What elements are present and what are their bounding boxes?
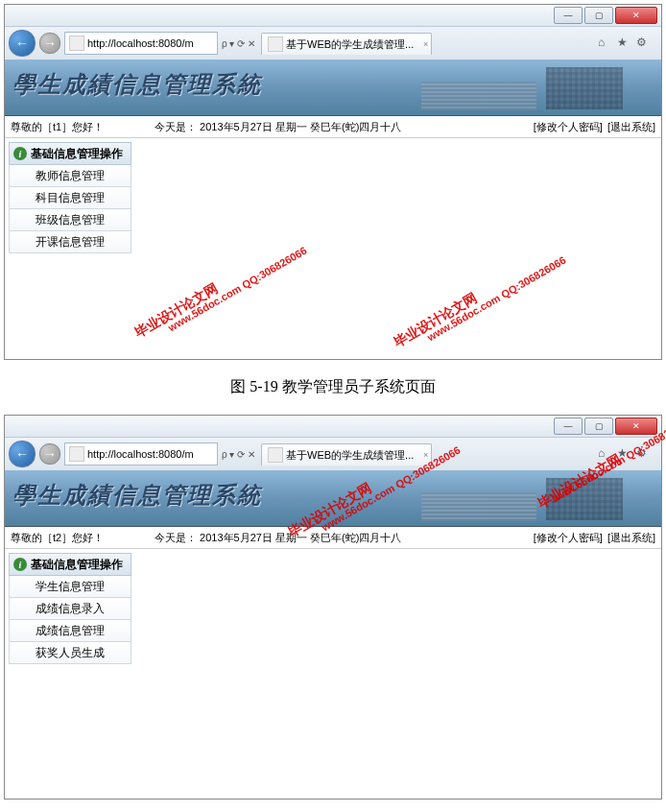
info-bar: 尊敬的［t1］您好！ 今天是： 2013年5月27日 星期一 癸巳年(蛇)四月十… — [5, 116, 661, 138]
app-banner: 學生成績信息管理系統 — [5, 60, 661, 116]
tab-bar: 基于WEB的学生成绩管理... × — [259, 442, 432, 466]
url-text: http://localhost:8080/m — [87, 448, 194, 460]
maximize-button[interactable]: ▢ — [584, 7, 613, 24]
back-button[interactable]: ← — [9, 441, 36, 467]
tab-favicon — [268, 36, 283, 52]
panel-header[interactable]: i 基础信息管理操作 — [9, 142, 131, 165]
screenshot-1: — ▢ ✕ ← → http://localhost:8080/m ρ ▾ ⟳ … — [4, 4, 662, 360]
browser-toolbar-right: ⌂ ★ ⚙ — [598, 36, 657, 51]
browser-chrome: — ▢ ✕ ← → http://localhost:8080/m ρ ▾ ⟳ … — [5, 5, 661, 359]
browser-navbar: ← → http://localhost:8080/m ρ ▾ ⟳ ✕ 基于WE… — [5, 27, 661, 60]
app-title: 學生成績信息管理系統 — [12, 480, 262, 511]
browser-tab[interactable]: 基于WEB的学生成绩管理... × — [261, 443, 432, 466]
menu-grade-manage[interactable]: 成绩信息管理 — [9, 620, 131, 642]
settings-icon[interactable]: ⚙ — [636, 446, 652, 462]
browser-chrome: — ▢ ✕ ← → http://localhost:8080/m ρ ▾ ⟳ … — [5, 416, 661, 799]
app-title: 學生成績信息管理系統 — [12, 69, 262, 100]
address-controls[interactable]: ρ ▾ ⟳ ✕ — [222, 449, 255, 460]
content-area: i 基础信息管理操作 教师信息管理 科目信息管理 班级信息管理 开课信息管理 — [5, 138, 661, 359]
maximize-button[interactable]: ▢ — [584, 418, 613, 435]
info-bar: 尊敬的［t2］您好！ 今天是： 2013年5月27日 星期一 癸巳年(蛇)四月十… — [5, 527, 661, 549]
info-icon: i — [13, 147, 27, 160]
tab-close-icon[interactable]: × — [423, 39, 428, 49]
tab-label: 基于WEB的学生成绩管理... — [286, 37, 414, 52]
address-bar[interactable]: http://localhost:8080/m — [64, 32, 218, 55]
window-titlebar: — ▢ ✕ — [5, 416, 661, 438]
menu-grade-input[interactable]: 成绩信息录入 — [9, 598, 131, 620]
panel-header[interactable]: i 基础信息管理操作 — [9, 553, 131, 576]
url-text: http://localhost:8080/m — [87, 37, 194, 49]
address-bar[interactable]: http://localhost:8080/m — [64, 442, 218, 466]
tab-close-icon[interactable]: × — [423, 450, 428, 460]
logout-link[interactable]: [退出系统] — [607, 532, 655, 543]
site-icon — [69, 446, 84, 462]
minimize-button[interactable]: — — [554, 418, 583, 435]
change-password-link[interactable]: [修改个人密码] — [534, 532, 603, 543]
menu-class-info[interactable]: 班级信息管理 — [9, 209, 131, 231]
window-titlebar: — ▢ ✕ — [5, 5, 661, 27]
app-banner: 學生成績信息管理系統 — [5, 470, 661, 527]
forward-button[interactable]: → — [39, 443, 60, 465]
sidebar: i 基础信息管理操作 教师信息管理 科目信息管理 班级信息管理 开课信息管理 — [5, 138, 135, 359]
favorite-icon[interactable]: ★ — [617, 446, 632, 462]
menu-award-gen[interactable]: 获奖人员生成 — [9, 642, 131, 664]
banner-decoration — [412, 478, 623, 520]
logout-link[interactable]: [退出系统] — [607, 121, 655, 132]
site-icon — [69, 36, 84, 51]
greeting-text: 尊敬的［t1］您好！ — [11, 120, 155, 134]
panel-title: 基础信息管理操作 — [31, 146, 123, 162]
menu-teacher-info[interactable]: 教师信息管理 — [9, 165, 131, 187]
tab-label: 基于WEB的学生成绩管理... — [286, 448, 414, 463]
tab-bar: 基于WEB的学生成绩管理... × — [259, 32, 432, 55]
settings-icon[interactable]: ⚙ — [636, 36, 652, 51]
figure-caption-1: 图 5-19 教学管理员子系统页面 — [0, 364, 666, 411]
close-button[interactable]: ✕ — [615, 7, 657, 24]
main-panel — [135, 138, 661, 359]
date-text: 今天是： 2013年5月27日 星期一 癸巳年(蛇)四月十八 — [155, 531, 532, 545]
main-panel — [135, 549, 661, 799]
info-icon: i — [13, 558, 27, 571]
browser-tab[interactable]: 基于WEB的学生成绩管理... × — [261, 33, 432, 55]
content-area: i 基础信息管理操作 学生信息管理 成绩信息录入 成绩信息管理 获奖人员生成 — [5, 549, 661, 799]
menu-course-info[interactable]: 开课信息管理 — [9, 231, 131, 253]
banner-decoration — [412, 67, 623, 109]
date-text: 今天是： 2013年5月27日 星期一 癸巳年(蛇)四月十八 — [155, 120, 532, 134]
tab-favicon — [268, 447, 283, 463]
menu-subject-info[interactable]: 科目信息管理 — [9, 187, 131, 209]
close-button[interactable]: ✕ — [615, 418, 657, 435]
change-password-link[interactable]: [修改个人密码] — [534, 121, 603, 132]
browser-navbar: ← → http://localhost:8080/m ρ ▾ ⟳ ✕ 基于WE… — [5, 438, 661, 470]
forward-button[interactable]: → — [39, 33, 60, 54]
browser-toolbar-right: ⌂ ★ ⚙ — [598, 446, 657, 462]
favorite-icon[interactable]: ★ — [617, 36, 632, 51]
minimize-button[interactable]: — — [554, 7, 583, 24]
panel-title: 基础信息管理操作 — [31, 557, 123, 573]
sidebar: i 基础信息管理操作 学生信息管理 成绩信息录入 成绩信息管理 获奖人员生成 — [5, 549, 135, 799]
back-button[interactable]: ← — [9, 30, 36, 57]
home-icon[interactable]: ⌂ — [598, 446, 613, 462]
home-icon[interactable]: ⌂ — [598, 36, 613, 51]
greeting-text: 尊敬的［t2］您好！ — [11, 531, 155, 545]
menu-student-info[interactable]: 学生信息管理 — [9, 576, 131, 598]
address-controls[interactable]: ρ ▾ ⟳ ✕ — [222, 38, 255, 49]
screenshot-2: — ▢ ✕ ← → http://localhost:8080/m ρ ▾ ⟳ … — [4, 415, 662, 800]
